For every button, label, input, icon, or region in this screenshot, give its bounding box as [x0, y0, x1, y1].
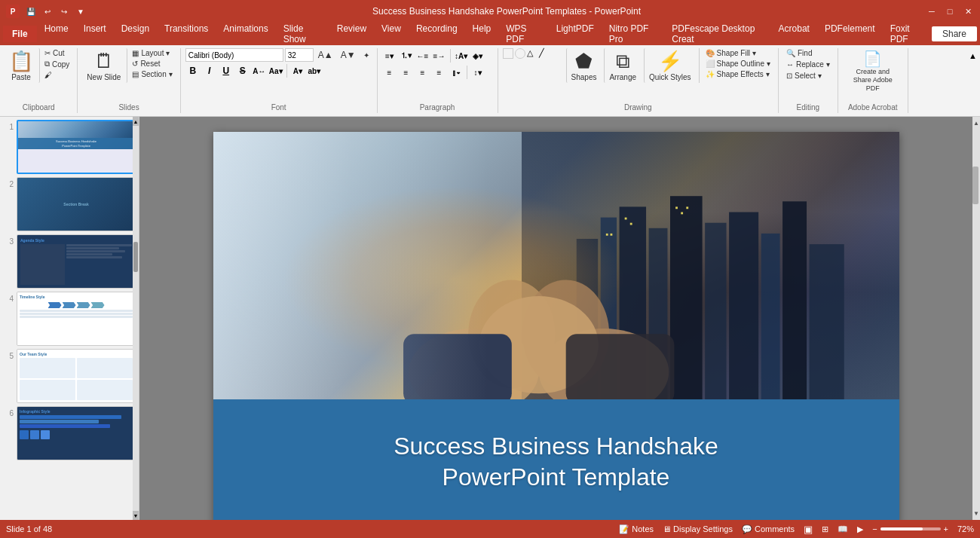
font-name-input[interactable] — [185, 48, 283, 62]
menu-transitions[interactable]: Transitions — [157, 20, 216, 47]
decrease-indent-button[interactable]: ←≡ — [415, 48, 430, 63]
menu-foxit[interactable]: Foxit PDF — [883, 20, 932, 47]
slide-item-3[interactable]: 3 Agenda Style — [3, 234, 136, 289]
menu-pdfelement[interactable]: PDFelement — [817, 20, 883, 47]
menu-view[interactable]: View — [374, 20, 409, 47]
view-slide-sorter-button[interactable]: ⊞ — [822, 524, 828, 534]
justify-button[interactable]: ≡ — [432, 65, 447, 80]
undo-button[interactable]: ↩ — [41, 5, 54, 18]
menu-animations[interactable]: Animations — [216, 20, 275, 47]
minimize-button[interactable]: ─ — [926, 5, 938, 17]
close-button[interactable]: ✕ — [962, 5, 974, 17]
menu-wps-pdf[interactable]: WPS PDF — [498, 20, 548, 47]
slide-item-1[interactable]: 1 Success Business HandshakePowerPoint T… — [3, 120, 136, 174]
section-button[interactable]: ▤ Section ▾ — [129, 69, 175, 79]
menu-acrobat[interactable]: Acrobat — [771, 20, 817, 47]
align-right-button[interactable]: ≡ — [415, 65, 430, 80]
view-slideshow-button[interactable]: ▶ — [857, 524, 863, 534]
underline-button[interactable]: U — [219, 63, 234, 78]
text-highlight-button[interactable]: ab▾ — [307, 63, 322, 78]
font-color-button[interactable]: A▾ — [290, 63, 305, 78]
char-spacing-button[interactable]: A↔ — [252, 63, 267, 78]
slide-item-4[interactable]: 4 Timeline Style — [3, 292, 136, 346]
shape-rect[interactable] — [503, 48, 513, 59]
shape-circle[interactable] — [515, 48, 525, 59]
zoom-in-button[interactable]: + — [944, 524, 948, 533]
bold-button[interactable]: B — [185, 63, 201, 78]
numbering-button[interactable]: ⒈▾ — [399, 48, 414, 63]
clear-format-button[interactable]: ✦ — [360, 50, 372, 60]
change-case-button[interactable]: Aa▾ — [268, 63, 283, 78]
copy-button[interactable]: ⧉ Copy — [41, 59, 72, 69]
increase-indent-button[interactable]: ≡→ — [432, 48, 447, 63]
menu-file[interactable]: File — [3, 26, 37, 42]
find-button[interactable]: 🔍 Find — [783, 48, 833, 58]
slide-thumb-3[interactable]: Agenda Style — [17, 234, 136, 289]
panel-scroll-up-button[interactable]: ▲ — [133, 117, 139, 126]
maximize-button[interactable]: □ — [944, 5, 956, 17]
font-size-input[interactable] — [285, 48, 314, 62]
slide-item-5[interactable]: 5 Our Team Style — [3, 349, 136, 403]
italic-button[interactable]: I — [202, 63, 217, 78]
comments-button[interactable]: 💬 Comments — [742, 524, 795, 534]
view-normal-button[interactable]: ▣ — [804, 524, 813, 535]
select-button[interactable]: ⊡ Select ▾ — [783, 71, 833, 81]
convert-smartart-button[interactable]: ◈▾ — [470, 48, 485, 63]
add-columns-button[interactable]: ⫿▾ — [449, 65, 464, 80]
menu-pdfescape[interactable]: PDFescape Desktop Creat — [664, 20, 770, 47]
quick-styles-button[interactable]: ⚡ Quick Styles — [644, 48, 696, 83]
shape-outline-button[interactable]: ⬜ Shape Outline ▾ — [703, 59, 773, 69]
align-center-button[interactable]: ≡ — [399, 65, 414, 80]
slide-thumb-2[interactable]: Section Break — [17, 177, 136, 231]
scroll-up-button[interactable]: ▲ — [973, 118, 979, 128]
paste-button[interactable]: 📋 Paste — [5, 48, 40, 83]
shapes-button[interactable]: ⬟ Shapes — [566, 48, 602, 83]
decrease-font-button[interactable]: A▼ — [338, 49, 359, 61]
reset-button[interactable]: ↺ Reset — [129, 59, 175, 69]
cut-button[interactable]: ✂ Cut — [41, 48, 72, 58]
menu-nitro[interactable]: Nitro PDF Pro — [602, 20, 664, 47]
shape-triangle[interactable]: △ — [527, 48, 537, 59]
slide-thumb-4[interactable]: Timeline Style — [17, 292, 136, 346]
menu-home[interactable]: Home — [37, 20, 76, 47]
panel-scroll-down-button[interactable]: ▼ — [133, 511, 139, 520]
shape-effects-button[interactable]: ✨ Shape Effects ▾ — [703, 69, 773, 79]
menu-lightpdf[interactable]: LightPDF — [549, 20, 602, 47]
menu-help[interactable]: Help — [465, 20, 499, 47]
share-button[interactable]: Share — [932, 26, 977, 41]
scroll-down-button[interactable]: ▼ — [973, 509, 979, 518]
slide-thumb-6[interactable]: Infographic Style — [17, 406, 136, 460]
replace-button[interactable]: ↔ Replace ▾ — [783, 60, 833, 69]
shape-line[interactable]: ╱ — [539, 48, 550, 59]
menu-slideshow[interactable]: Slide Show — [276, 20, 329, 47]
scroll-thumb[interactable] — [972, 167, 978, 204]
zoom-slider[interactable] — [880, 527, 941, 530]
menu-design[interactable]: Design — [114, 20, 157, 47]
redo-button[interactable]: ↪ — [57, 5, 71, 18]
line-spacing-button[interactable]: ↕▾ — [470, 65, 485, 80]
ribbon-collapse-button[interactable]: ▲ — [966, 48, 980, 113]
arrange-button[interactable]: ⧉ Arrange — [604, 48, 641, 83]
align-left-button[interactable]: ≡ — [382, 65, 397, 80]
slide-thumb-5[interactable]: Our Team Style — [17, 349, 136, 403]
panel-scroll-thumb[interactable] — [133, 242, 138, 272]
menu-recording[interactable]: Recording — [409, 20, 465, 47]
display-settings-button[interactable]: 🖥 Display Settings — [663, 524, 733, 533]
notes-button[interactable]: 📝 Notes — [619, 524, 654, 534]
save-button[interactable]: 💾 — [24, 5, 38, 18]
slide-item-6[interactable]: 6 Infographic Style — [3, 406, 136, 460]
create-adobe-pdf-button[interactable]: 📄 Create and Share Adobe PDF — [843, 48, 903, 93]
format-painter-button[interactable]: 🖌 — [41, 70, 72, 80]
menu-review[interactable]: Review — [329, 20, 374, 47]
slide-canvas[interactable]: Success Business Handshake PowerPoint Te… — [213, 132, 899, 520]
slide-item-2[interactable]: 2 Section Break — [3, 177, 136, 231]
menu-insert[interactable]: Insert — [76, 20, 114, 47]
layout-button[interactable]: ▦ Layout ▾ — [129, 48, 175, 58]
zoom-out-button[interactable]: − — [872, 524, 877, 533]
increase-font-button[interactable]: A▲ — [315, 49, 336, 61]
new-slide-button[interactable]: 🗒 New Slide — [82, 48, 127, 83]
strikethrough-button[interactable]: S — [235, 63, 250, 78]
shape-fill-button[interactable]: 🎨 Shape Fill ▾ — [703, 48, 773, 58]
text-direction-button[interactable]: ↕A▾ — [454, 48, 469, 63]
bullets-button[interactable]: ≡▾ — [382, 48, 397, 63]
